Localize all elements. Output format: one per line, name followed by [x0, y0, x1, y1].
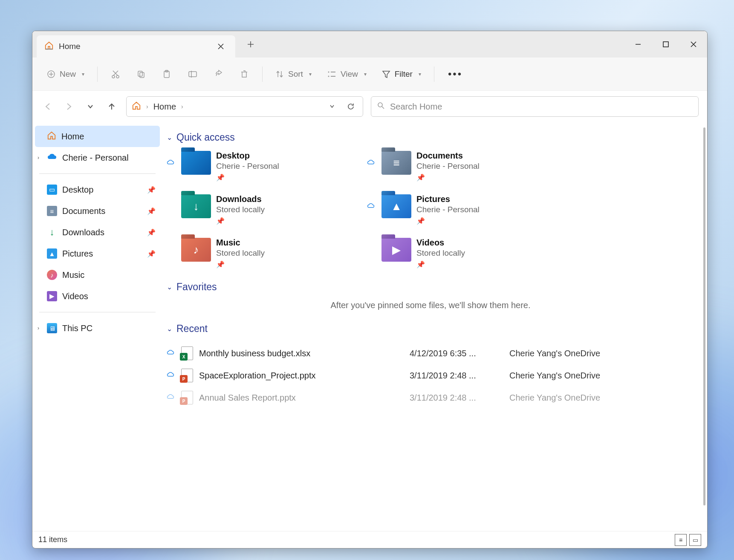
recent-file-row[interactable]: P Annual Sales Report.pptx 3/11/2019 2:4…: [167, 387, 694, 409]
chevron-down-icon: ▾: [82, 71, 84, 77]
more-button[interactable]: •••: [441, 64, 469, 84]
section-quick-access[interactable]: ⌄ Quick access: [167, 132, 694, 143]
folder-name: Music: [216, 238, 265, 248]
chevron-right-icon[interactable]: ›: [38, 325, 39, 331]
videos-icon: ▶: [47, 291, 57, 301]
quick-access-item[interactable]: ▲ Pictures Cherie - Personal 📌: [367, 194, 555, 225]
sidebar-item-onedrive[interactable]: › Cherie - Personal: [35, 147, 160, 168]
cloud-icon: [367, 203, 376, 211]
favorites-empty-text: After you've pinned some files, we'll sh…: [167, 300, 694, 310]
folder-icon: ♪: [181, 238, 211, 262]
svg-rect-8: [189, 72, 197, 77]
tab-title: Home: [59, 42, 209, 51]
up-button[interactable]: [105, 100, 118, 113]
sidebar-item-downloads[interactable]: ↓ Downloads 📌: [35, 222, 160, 243]
file-name: Monthly business budget.xlsx: [199, 349, 404, 358]
chevron-down-icon: ▾: [364, 71, 367, 77]
main-content: ⌄ Quick access Desktop Cherie - Personal…: [162, 122, 707, 531]
desktop-icon: ▭: [47, 185, 57, 195]
toolbar: New ▾ Sort ▾ View ▾ Filter ▾ •••: [32, 58, 707, 91]
chevron-down-icon: ▾: [419, 71, 421, 77]
pin-icon: 📌: [216, 260, 265, 268]
cut-button[interactable]: [104, 64, 127, 84]
file-icon: X: [181, 346, 193, 360]
cloud-icon: [167, 394, 175, 401]
breadcrumb-home[interactable]: Home: [153, 102, 176, 112]
home-icon: [44, 41, 54, 52]
sidebar-item-pictures[interactable]: ▲ Pictures 📌: [35, 243, 160, 264]
folder-location: Cherie - Personal: [216, 162, 279, 171]
section-favorites[interactable]: ⌄ Favorites: [167, 281, 694, 293]
delete-button[interactable]: [233, 64, 255, 84]
status-bar: 11 items ≡ ▭: [32, 531, 707, 548]
refresh-button[interactable]: [344, 100, 358, 113]
new-button[interactable]: New ▾: [41, 64, 90, 84]
sidebar-item-desktop[interactable]: ▭ Desktop 📌: [35, 179, 160, 200]
pictures-icon: ▲: [47, 248, 57, 259]
recent-file-row[interactable]: X Monthly business budget.xlsx 4/12/2019…: [167, 342, 694, 364]
share-button[interactable]: [208, 64, 230, 84]
recent-file-row[interactable]: P SpaceExploration_Project.pptx 3/11/201…: [167, 364, 694, 387]
chevron-right-icon[interactable]: ›: [38, 155, 39, 161]
chevron-down-icon: ▾: [309, 71, 312, 77]
sidebar-item-home[interactable]: Home: [35, 126, 160, 147]
recent-locations-button[interactable]: [84, 100, 97, 113]
close-window-button[interactable]: [679, 31, 707, 58]
file-location: Cherie Yang's OneDrive: [509, 393, 694, 403]
view-button[interactable]: View ▾: [321, 64, 373, 84]
cloud-icon: [167, 159, 176, 167]
back-button[interactable]: [41, 100, 55, 113]
section-recent[interactable]: ⌄ Recent: [167, 323, 694, 335]
quick-access-item[interactable]: ▶ Videos Stored locally 📌: [367, 238, 555, 268]
copy-button[interactable]: [130, 64, 152, 84]
search-input[interactable]: Search Home: [371, 96, 699, 117]
home-icon: [47, 131, 56, 142]
file-date: 4/12/2019 6:35 ...: [410, 349, 503, 358]
sort-button[interactable]: Sort ▾: [269, 64, 318, 84]
file-name: SpaceExploration_Project.pptx: [199, 371, 404, 381]
folder-location: Cherie - Personal: [416, 162, 480, 171]
minimize-button[interactable]: [624, 31, 652, 58]
chevron-down-icon: ⌄: [167, 283, 172, 291]
folder-name: Documents: [416, 151, 480, 161]
quick-access-item[interactable]: Desktop Cherie - Personal 📌: [167, 151, 354, 182]
sidebar-item-videos[interactable]: ▶ Videos: [35, 286, 160, 307]
pin-icon: 📌: [216, 173, 279, 182]
file-icon: P: [181, 369, 193, 382]
cloud-icon: [47, 153, 57, 163]
filter-button[interactable]: Filter ▾: [376, 64, 427, 84]
quick-access-item[interactable]: ↓ Downloads Stored locally 📌: [167, 194, 354, 225]
sidebar-item-thispc[interactable]: › 🖥 This PC: [35, 318, 160, 339]
svg-point-11: [378, 103, 382, 107]
sidebar-item-music[interactable]: ♪ Music: [35, 264, 160, 286]
svg-point-3: [116, 75, 119, 78]
pin-icon: 📌: [147, 207, 156, 215]
svg-rect-0: [663, 42, 668, 47]
thispc-icon: 🖥: [47, 323, 57, 333]
folder-icon: ▶: [381, 238, 411, 262]
forward-button[interactable]: [62, 100, 76, 113]
scrollbar[interactable]: [703, 127, 705, 505]
sidebar-item-documents[interactable]: ≡ Documents 📌: [35, 200, 160, 222]
folder-icon: ≡: [381, 151, 411, 175]
tab-close-button[interactable]: [214, 40, 228, 53]
quick-access-item[interactable]: ≡ Documents Cherie - Personal 📌: [367, 151, 555, 182]
file-icon: P: [181, 391, 193, 404]
maximize-button[interactable]: [652, 31, 679, 58]
file-explorer-window: Home New ▾ Sort ▾: [32, 31, 708, 548]
tab-home[interactable]: Home: [37, 35, 235, 58]
address-dropdown-button[interactable]: [325, 100, 339, 113]
search-icon: [377, 102, 385, 112]
file-date: 3/11/2019 2:48 ...: [410, 393, 503, 403]
paste-button[interactable]: [156, 64, 178, 84]
quick-access-item[interactable]: ♪ Music Stored locally 📌: [167, 238, 354, 268]
pin-icon: 📌: [416, 217, 480, 225]
details-view-button[interactable]: ≡: [675, 534, 687, 546]
thumbnails-view-button[interactable]: ▭: [689, 534, 701, 546]
new-tab-button[interactable]: [244, 38, 257, 51]
cloud-icon: [167, 349, 175, 357]
home-icon: [132, 101, 141, 113]
chevron-right-icon: ›: [181, 103, 183, 110]
rename-button[interactable]: [181, 64, 204, 84]
address-bar[interactable]: › Home ›: [126, 96, 363, 117]
